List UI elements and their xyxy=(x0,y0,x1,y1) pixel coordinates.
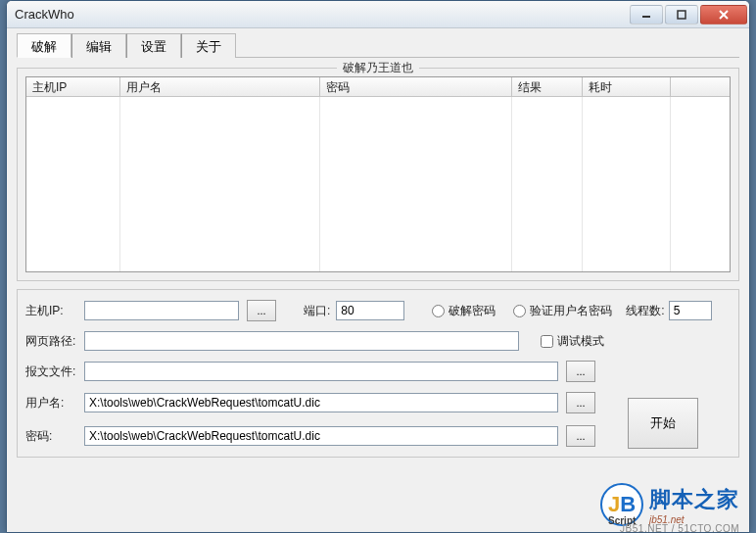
bodyfile-input[interactable] xyxy=(84,362,558,381)
col-extra[interactable] xyxy=(671,77,724,96)
row-user: 用户名: ... xyxy=(25,392,595,413)
watermark-logo-icon: JB Script xyxy=(600,483,643,526)
row-host: 主机IP: ... 端口: 破解密码 验证用户名密码 线程数: xyxy=(25,300,731,321)
threads-input[interactable] xyxy=(669,301,712,320)
port-label: 端口: xyxy=(304,303,330,319)
bodyfile-browse-button[interactable]: ... xyxy=(566,361,595,382)
col-host[interactable]: 主机IP xyxy=(26,77,120,96)
tab-settings[interactable]: 设置 xyxy=(126,33,181,58)
debug-checkbox[interactable] xyxy=(541,335,553,348)
table-header: 主机IP 用户名 密码 结果 耗时 xyxy=(26,77,730,97)
client-area: 破解 编辑 设置 关于 破解乃王道也 主机IP 用户名 密码 结果 耗时 xyxy=(7,28,749,467)
threads-label: 线程数: xyxy=(626,303,664,319)
pass-input[interactable] xyxy=(84,426,558,446)
app-window: CrackWho 破解 编辑 设置 关于 破解乃王道也 主机IP 用户名 密码 … xyxy=(6,0,750,533)
webpath-label: 网页路径: xyxy=(25,333,84,350)
table-body xyxy=(26,97,730,271)
bodyfile-label: 报文文件: xyxy=(25,363,84,380)
minimize-button[interactable] xyxy=(630,5,663,24)
watermark: JB Script 脚本之家 jb51.net xyxy=(600,483,739,526)
radio-crack-input[interactable] xyxy=(432,305,445,317)
tab-crack[interactable]: 破解 xyxy=(17,33,71,58)
row-bodyfile: 报文文件: ... xyxy=(25,361,731,382)
col-time[interactable]: 耗时 xyxy=(583,77,671,96)
host-browse-button[interactable]: ... xyxy=(247,300,276,321)
col-user[interactable]: 用户名 xyxy=(120,77,320,96)
pass-browse-button[interactable]: ... xyxy=(566,425,595,447)
maximize-button[interactable] xyxy=(665,5,698,24)
host-label: 主机IP: xyxy=(25,303,84,319)
svg-rect-1 xyxy=(678,11,685,19)
watermark-url: JB51.NET / 51CTO.COM xyxy=(620,523,739,533)
row-pass: 密码: ... xyxy=(25,425,595,447)
radio-verify-input[interactable] xyxy=(513,305,526,317)
user-label: 用户名: xyxy=(25,395,84,412)
host-input[interactable] xyxy=(84,301,239,320)
col-result[interactable]: 结果 xyxy=(512,77,583,96)
user-browse-button[interactable]: ... xyxy=(566,392,595,413)
window-controls xyxy=(630,5,747,24)
close-button[interactable] xyxy=(700,5,747,24)
form-area: 主机IP: ... 端口: 破解密码 验证用户名密码 线程数: 网页路径: xyxy=(17,289,739,458)
user-input[interactable] xyxy=(84,393,558,412)
start-button[interactable]: 开始 xyxy=(628,398,698,449)
pass-label: 密码: xyxy=(25,428,84,445)
group-legend: 破解乃王道也 xyxy=(337,60,419,76)
window-title: CrackWho xyxy=(15,7,630,22)
port-input[interactable] xyxy=(336,301,404,320)
col-pass[interactable]: 密码 xyxy=(320,77,512,96)
result-table[interactable]: 主机IP 用户名 密码 结果 耗时 xyxy=(25,76,731,272)
tab-about[interactable]: 关于 xyxy=(181,33,236,58)
radio-crack-password[interactable]: 破解密码 xyxy=(432,303,496,319)
watermark-text: 脚本之家 jb51.net xyxy=(649,485,739,525)
debug-checkbox-wrap[interactable]: 调试模式 xyxy=(541,333,604,350)
titlebar: CrackWho xyxy=(7,1,749,28)
tab-bar: 破解 编辑 设置 关于 xyxy=(17,32,739,58)
webpath-input[interactable] xyxy=(84,331,519,351)
row-webpath: 网页路径: 调试模式 xyxy=(25,331,731,351)
result-group: 破解乃王道也 主机IP 用户名 密码 结果 耗时 xyxy=(17,68,739,281)
tab-edit[interactable]: 编辑 xyxy=(71,33,126,58)
radio-verify-credentials[interactable]: 验证用户名密码 xyxy=(513,303,612,319)
